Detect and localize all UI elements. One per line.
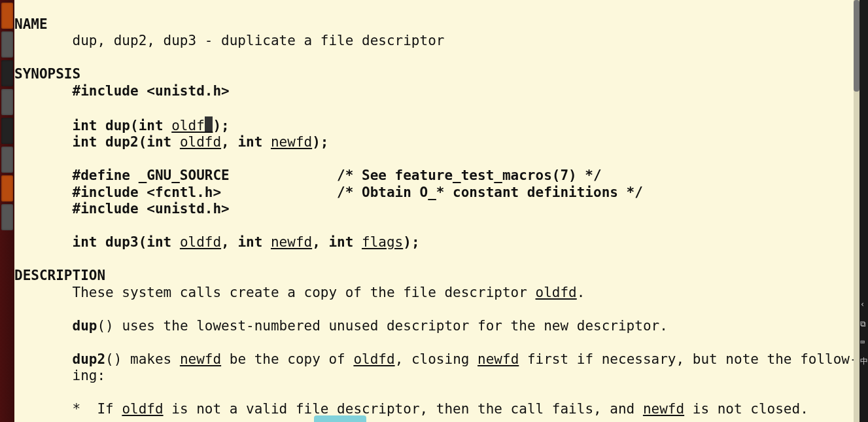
ime-indicator[interactable]: 中: [860, 356, 868, 367]
launcher-item[interactable]: [1, 60, 13, 86]
name-line: dup, dup2, dup3 - duplicate a file descr…: [14, 33, 444, 48]
launcher-item[interactable]: [1, 204, 13, 230]
arg-newfd: newfd: [643, 401, 684, 417]
define-line: #define _GNU_SOURCE /* See feature_test_…: [14, 167, 602, 183]
sig-dup2-pre: int dup2(int: [14, 134, 180, 150]
launcher-item[interactable]: [1, 89, 13, 115]
arg-flags: flags: [362, 234, 403, 250]
arg-oldfd: oldfd: [536, 285, 577, 300]
arg-newfd: newfd: [180, 351, 221, 367]
scrollbar-vertical[interactable]: [854, 0, 859, 422]
taskbar-app-hint[interactable]: [314, 415, 366, 422]
arg-oldfd: oldfd: [353, 351, 394, 367]
indicator-icon[interactable]: ‹: [860, 300, 865, 309]
sig-dup3-post: );: [403, 234, 419, 250]
launcher-item[interactable]: [1, 175, 13, 202]
sig-dup-post: );: [213, 118, 229, 133]
desc-line: () uses the lowest-numbered unused descr…: [97, 318, 667, 334]
include-line: #include <unistd.h>: [14, 83, 230, 99]
fn-dup: dup: [73, 318, 97, 334]
arg-newfd: newfd: [271, 234, 312, 250]
arg-oldfd: oldfd: [180, 234, 221, 250]
section-description: DESCRIPTION: [14, 268, 854, 285]
desc-line: These system calls create a copy of the …: [14, 285, 536, 300]
manpage-text: NAME dup, dup2, dup3 - duplicate a file …: [14, 16, 854, 423]
sig-dup2-mid: , int: [221, 134, 271, 150]
fn-dup2: dup2: [73, 351, 106, 367]
launcher-item[interactable]: [1, 147, 13, 173]
launcher-item[interactable]: [1, 3, 13, 29]
indicator-icon[interactable]: ⧉: [860, 319, 866, 328]
arg-newfd: newfd: [271, 134, 312, 150]
sig-dup3-pre: int dup3(int: [14, 234, 180, 250]
desc-line: ing:: [14, 368, 105, 383]
text-cursor: [205, 116, 213, 132]
include-line: #include <unistd.h>: [14, 201, 230, 217]
scrollbar-thumb[interactable]: [854, 0, 859, 92]
section-name: NAME: [14, 16, 854, 33]
terminal-manpage[interactable]: NAME dup, dup2, dup3 - duplicate a file …: [14, 0, 854, 422]
sig-dup-pre: int dup(int: [14, 118, 171, 133]
launcher-item[interactable]: [1, 118, 13, 144]
indicator-icon[interactable]: ⌨: [860, 338, 865, 347]
section-synopsis: SYNOPSIS: [14, 66, 854, 83]
launcher-item[interactable]: [1, 31, 13, 58]
arg-newfd: newfd: [477, 351, 519, 367]
arg-oldfd: oldfd: [180, 134, 221, 150]
arg-oldfd: oldfd: [122, 401, 163, 417]
launcher-dock[interactable]: [0, 0, 14, 422]
right-panel: ‹ ⧉ ⌨ 中: [859, 0, 868, 422]
include-line: #include <fcntl.h> /* Obtain O_* constan…: [14, 185, 643, 200]
bullet-line: * If: [14, 401, 122, 417]
sig-dup2-post: );: [312, 134, 328, 150]
